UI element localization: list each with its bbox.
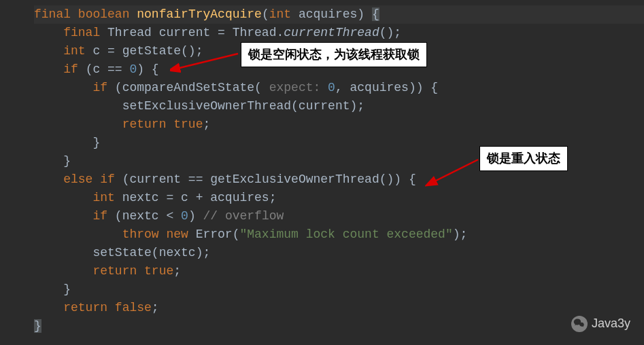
code-line: return true; [34, 262, 644, 280]
code-line: } [34, 317, 644, 335]
code-line: setState(nextc); [34, 244, 644, 262]
code-line: setExclusiveOwnerThread(current); [34, 97, 644, 115]
code-line: if (compareAndSetState( expect: 0, acqui… [34, 79, 644, 97]
code-line: throw new Error("Maximum lock count exce… [34, 225, 644, 244]
code-line: int nextc = c + acquires; [34, 189, 644, 207]
code-line: final boolean nonfairTryAcquire(int acqu… [34, 5, 644, 24]
code-line: final Thread current = Thread.currentThr… [34, 24, 644, 42]
annotation-lock-idle: 锁是空闲状态，为该线程获取锁 [241, 42, 427, 67]
watermark: Java3y [571, 314, 630, 333]
annotation-lock-reentrant: 锁是重入状态 [479, 146, 568, 171]
code-line: return false; [34, 299, 644, 317]
code-line: if (nextc < 0) // overflow [34, 207, 644, 225]
wechat-icon [571, 316, 588, 332]
code-line: } [34, 280, 644, 299]
watermark-text: Java3y [592, 314, 630, 333]
code-line: return true; [34, 115, 644, 134]
code-line: else if (current == getExclusiveOwnerThr… [34, 170, 644, 189]
